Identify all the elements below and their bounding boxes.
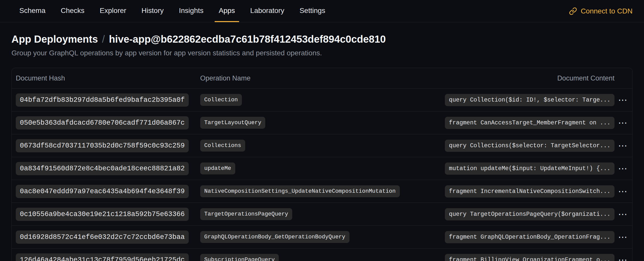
column-header-operation-name: Operation Name [200, 74, 557, 82]
document-hash-badge: 04bfa72dfb83b297dd8a5b6fed9bafac2b395a0f [16, 93, 189, 107]
link-icon [569, 7, 577, 15]
document-content-badge: query Collection($id: ID!, $selector: Ta… [445, 94, 614, 106]
connect-cdn-button[interactable]: Connect to CDN [569, 0, 633, 22]
nav-tabs: Schema Checks Explorer History Insights … [15, 0, 329, 22]
operation-name-badge: GraphQLOperationBody_GetOperationBodyQue… [200, 231, 349, 243]
table-row: 0a834f91560d872e8c4bec0ade18ceec88821a82… [12, 157, 632, 180]
document-hash-badge: 0a834f91560d872e8c4bec0ade18ceec88821a82 [16, 162, 189, 175]
page-header: App Deployments / hive-app@b622862ecdba7… [0, 34, 644, 57]
tab-history[interactable]: History [137, 0, 168, 22]
document-content-badge: fragment BillingView_OrganizationFragmen… [445, 254, 614, 261]
table-row: 04bfa72dfb83b297dd8a5b6fed9bafac2b395a0f… [12, 88, 632, 111]
document-hash-badge: 0ac8e047eddd97a97eac6435a4b694f4e3648f39 [16, 185, 189, 198]
operation-name-badge: updateMe [200, 162, 235, 174]
document-content-badge: mutation updateMe($input: UpdateMeInput!… [445, 162, 614, 175]
tab-explorer[interactable]: Explorer [96, 0, 130, 22]
ellipsis-icon: ⋯ [618, 232, 627, 242]
page-subtitle: Group your GraphQL operations by app ver… [11, 49, 633, 57]
deployments-table: Document Hash Operation Name Document Co… [11, 68, 633, 261]
main-nav: Schema Checks Explorer History Insights … [0, 0, 644, 22]
row-menu-button[interactable]: ⋯ [616, 140, 629, 151]
row-menu-button[interactable]: ⋯ [616, 209, 629, 220]
document-content-badge: fragment IncrementalNativeCompositionSwi… [445, 185, 614, 198]
operation-name-badge: TargetOperationsPageQuery [200, 208, 292, 220]
row-menu-button[interactable]: ⋯ [616, 94, 629, 106]
breadcrumb-section: App Deployments [11, 34, 98, 45]
ellipsis-icon: ⋯ [618, 209, 627, 219]
column-header-document-hash: Document Hash [16, 74, 200, 82]
document-hash-badge: 0673df58cd7037117035b2d0c758f59c0c93c259 [16, 139, 189, 152]
operation-name-badge: SubscriptionPageQuery [200, 254, 279, 261]
tab-insights[interactable]: Insights [175, 0, 208, 22]
table-row: 0d16928d8572c41ef6e032d2c7c72ccbd6e73baa… [12, 225, 632, 248]
row-menu-button[interactable]: ⋯ [616, 254, 629, 261]
ellipsis-icon: ⋯ [618, 163, 627, 174]
row-menu-button[interactable]: ⋯ [616, 232, 629, 243]
document-content-badge: fragment CanAccessTarget_MemberFragment … [445, 117, 614, 129]
row-menu-button[interactable]: ⋯ [616, 186, 629, 197]
tab-apps[interactable]: Apps [215, 0, 239, 22]
table-header: Document Hash Operation Name Document Co… [12, 68, 632, 88]
column-header-document-content: Document Content [557, 74, 614, 82]
tab-schema[interactable]: Schema [15, 0, 50, 22]
operation-name-badge: Collections [200, 140, 245, 152]
document-content-badge: query Collections($selector: TargetSelec… [445, 140, 614, 152]
row-menu-button[interactable]: ⋯ [616, 117, 629, 128]
connect-cdn-label: Connect to CDN [581, 7, 633, 15]
ellipsis-icon: ⋯ [618, 255, 627, 261]
ellipsis-icon: ⋯ [618, 186, 627, 197]
table-row: 0ac8e047eddd97a97eac6435a4b694f4e3648f39… [12, 180, 632, 203]
ellipsis-icon: ⋯ [618, 118, 627, 128]
ellipsis-icon: ⋯ [618, 140, 627, 151]
document-hash-badge: 126d46a4284abe31c13c78f7959d56eeb21725dc [16, 253, 189, 261]
document-content-badge: fragment GraphQLOperationBody_OperationF… [445, 231, 614, 243]
operation-name-badge: Collection [200, 94, 242, 106]
document-hash-badge: 050e5b363dafdcacd6780e706cadf771d06a867c [16, 116, 189, 129]
document-content-badge: query TargetOperationsPageQuery($organiz… [445, 208, 614, 220]
table-row: 0673df58cd7037117035b2d0c758f59c0c93c259… [12, 134, 632, 157]
table-row: 050e5b363dafdcacd6780e706cadf771d06a867c… [12, 111, 632, 134]
tab-checks[interactable]: Checks [57, 0, 89, 22]
table-row: 126d46a4284abe31c13c78f7959d56eeb21725dc… [12, 248, 632, 261]
operation-name-badge: NativeCompositionSettings_UpdateNativeCo… [200, 185, 400, 197]
document-hash-badge: 0d16928d8572c41ef6e032d2c7c72ccbd6e73baa [16, 231, 189, 244]
tab-laboratory[interactable]: Laboratory [246, 0, 288, 22]
row-menu-button[interactable]: ⋯ [616, 163, 629, 174]
ellipsis-icon: ⋯ [618, 95, 627, 105]
breadcrumb-separator: / [102, 34, 105, 45]
breadcrumb-current: hive-app@b622862ecdba7c61b78f412453def89… [109, 34, 386, 45]
breadcrumb: App Deployments / hive-app@b622862ecdba7… [11, 34, 633, 45]
tab-settings[interactable]: Settings [296, 0, 329, 22]
document-hash-badge: 0c10556a9be4ca30e19e21c1218a592b75e63366 [16, 208, 189, 221]
operation-name-badge: TargetLayoutQuery [200, 117, 265, 129]
table-row: 0c10556a9be4ca30e19e21c1218a592b75e63366… [12, 203, 632, 225]
